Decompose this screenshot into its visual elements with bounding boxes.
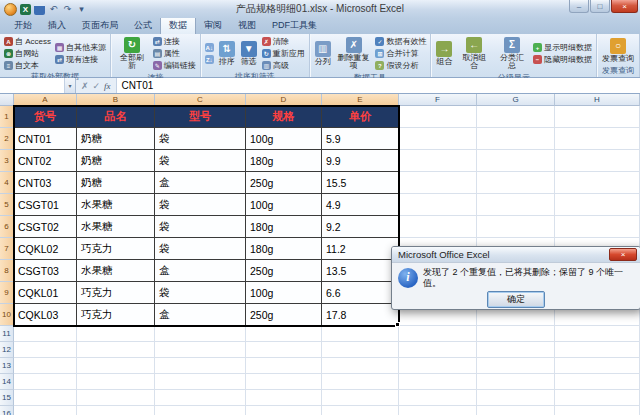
close-button[interactable]: × [611, 0, 638, 13]
ribbon-button-排序[interactable]: ⇅排序 [217, 40, 237, 67]
cell-A12[interactable] [14, 342, 77, 358]
cell-A10[interactable]: CQKL03 [14, 304, 77, 326]
cell-C9[interactable]: 袋 [155, 282, 246, 304]
cell-G6[interactable] [477, 216, 555, 238]
cell-B3[interactable]: 奶糖 [77, 150, 155, 172]
cell-E8[interactable]: 13.5 [322, 260, 399, 282]
ribbon-button-重新应用[interactable]: ↻重新应用 [261, 48, 306, 59]
cell-H11[interactable] [555, 326, 640, 342]
office-button[interactable] [4, 3, 17, 16]
cell-C1[interactable]: 型号 [155, 106, 246, 128]
cell-F15[interactable] [399, 390, 477, 406]
row-header-10[interactable]: 10 [0, 304, 14, 326]
row-header-11[interactable]: 11 [0, 326, 14, 342]
select-all-corner[interactable] [0, 94, 14, 106]
dialog-close-button[interactable]: × [609, 248, 637, 261]
ribbon-button-清除[interactable]: ✗清除 [261, 36, 306, 47]
cell-H16[interactable] [555, 406, 640, 415]
cell-D8[interactable]: 250g [246, 260, 322, 282]
cell-A13[interactable] [14, 358, 77, 374]
cell-B4[interactable]: 奶糖 [77, 172, 155, 194]
ribbon-button-属性[interactable]: ▤属性 [152, 48, 197, 59]
row-header-4[interactable]: 4 [0, 172, 14, 194]
cell-E14[interactable] [322, 374, 399, 390]
ribbon-button-高级[interactable]: ▥高级 [261, 60, 306, 71]
cell-A3[interactable]: CNT02 [14, 150, 77, 172]
cell-E11[interactable] [322, 326, 399, 342]
cell-D1[interactable]: 规格 [246, 106, 322, 128]
cell-B10[interactable]: 巧克力 [77, 304, 155, 326]
cell-A11[interactable] [14, 326, 77, 342]
redo-button[interactable]: ↷ [62, 4, 73, 15]
ribbon-button-删除重复项[interactable]: ✗删除重复项 [335, 36, 373, 72]
cell-E5[interactable]: 4.9 [322, 194, 399, 216]
cell-E9[interactable]: 6.6 [322, 282, 399, 304]
cell-H2[interactable] [555, 128, 640, 150]
cell-A15[interactable] [14, 390, 77, 406]
cell-A7[interactable]: CQKL02 [14, 238, 77, 260]
ribbon-button-合并计算[interactable]: ⊞合并计算 [374, 48, 427, 59]
column-header-A[interactable]: A [14, 94, 77, 106]
tab-PDF工具集[interactable]: PDF工具集 [264, 17, 325, 34]
column-header-B[interactable]: B [77, 94, 155, 106]
cell-C12[interactable] [155, 342, 246, 358]
tab-插入[interactable]: 插入 [40, 17, 74, 34]
cell-H13[interactable] [555, 358, 640, 374]
ribbon-button-自其他来源[interactable]: ▦自其他来源 [54, 42, 107, 53]
cell-G2[interactable] [477, 128, 555, 150]
cell-E4[interactable]: 15.5 [322, 172, 399, 194]
cell-G13[interactable] [477, 358, 555, 374]
column-header-C[interactable]: C [155, 94, 246, 106]
cell-F16[interactable] [399, 406, 477, 415]
row-header-13[interactable]: 13 [0, 358, 14, 374]
cell-H1[interactable] [555, 106, 640, 128]
ribbon-button-取消组合[interactable]: ←取消组合 [456, 36, 492, 72]
cell-D5[interactable]: 100g [246, 194, 322, 216]
ribbon-button-现有连接[interactable]: ⇄现有连接 [54, 54, 107, 65]
tab-开始[interactable]: 开始 [6, 17, 40, 34]
row-header-12[interactable]: 12 [0, 342, 14, 358]
tab-数据[interactable]: 数据 [160, 16, 196, 34]
ok-button[interactable]: 确定 [487, 291, 545, 308]
cell-G12[interactable] [477, 342, 555, 358]
cell-A6[interactable]: CSGT02 [14, 216, 77, 238]
name-box-dropdown-icon[interactable]: ▾ [64, 78, 75, 93]
cell-F1[interactable] [399, 106, 477, 128]
column-header-H[interactable]: H [555, 94, 640, 106]
cell-C16[interactable] [155, 406, 246, 415]
cell-D12[interactable] [246, 342, 322, 358]
cell-D4[interactable]: 250g [246, 172, 322, 194]
cell-C13[interactable] [155, 358, 246, 374]
row-header-8[interactable]: 8 [0, 260, 14, 282]
row-header-6[interactable]: 6 [0, 216, 14, 238]
cell-E1[interactable]: 单价 [322, 106, 399, 128]
cell-G16[interactable] [477, 406, 555, 415]
cell-A1[interactable]: 货号 [14, 106, 77, 128]
cell-H6[interactable] [555, 216, 640, 238]
ribbon-button-sort-za-icon[interactable]: Z↓ [204, 54, 215, 65]
tab-页面布局[interactable]: 页面布局 [74, 17, 126, 34]
tab-审阅[interactable]: 审阅 [196, 17, 230, 34]
cell-D13[interactable] [246, 358, 322, 374]
cell-D9[interactable]: 100g [246, 282, 322, 304]
cell-F14[interactable] [399, 374, 477, 390]
cell-D7[interactable]: 180g [246, 238, 322, 260]
row-header-9[interactable]: 9 [0, 282, 14, 304]
cell-E15[interactable] [322, 390, 399, 406]
ribbon-button-自 Access[interactable]: A自 Access [3, 36, 52, 47]
column-header-G[interactable]: G [477, 94, 555, 106]
cell-H4[interactable] [555, 172, 640, 194]
cell-B9[interactable]: 巧克力 [77, 282, 155, 304]
undo-button[interactable]: ↶ [48, 4, 59, 15]
ribbon-button-发票查询[interactable]: ○发票查询 [600, 37, 636, 64]
cell-B6[interactable]: 水果糖 [77, 216, 155, 238]
minimize-button[interactable]: – [569, 0, 589, 13]
cell-G4[interactable] [477, 172, 555, 194]
cell-D10[interactable]: 250g [246, 304, 322, 326]
cell-H12[interactable] [555, 342, 640, 358]
cell-C8[interactable]: 盒 [155, 260, 246, 282]
cell-B16[interactable] [77, 406, 155, 415]
cancel-icon[interactable]: ✗ [81, 81, 89, 91]
cell-F2[interactable] [399, 128, 477, 150]
dialog-title-bar[interactable]: Microsoft Office Excel × [392, 247, 640, 263]
